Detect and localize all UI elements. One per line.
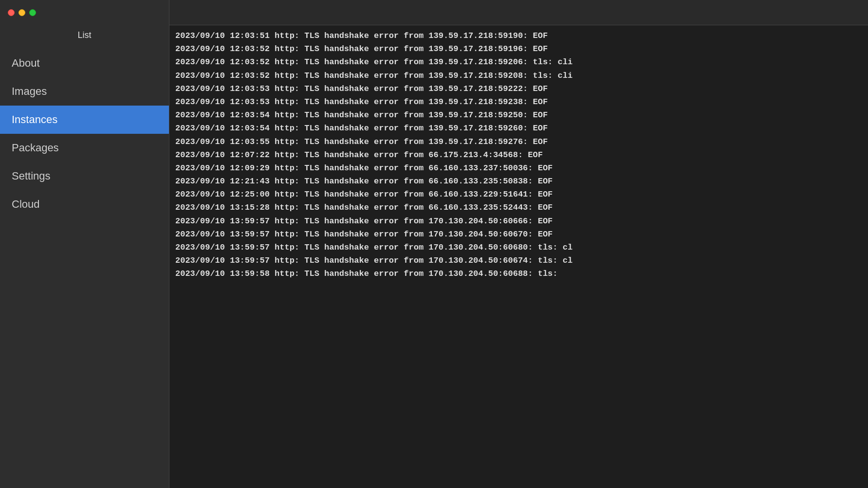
log-line: 2023/09/10 13:59:58 http: TLS handshake … [175, 267, 862, 280]
log-line: 2023/09/10 12:07:22 http: TLS handshake … [175, 148, 862, 162]
sidebar-item-images[interactable]: Images [0, 77, 169, 106]
log-line: 2023/09/10 12:03:53 http: TLS handshake … [175, 95, 862, 108]
log-line: 2023/09/10 12:03:52 http: TLS handshake … [175, 42, 862, 55]
minimize-button[interactable] [18, 9, 25, 16]
sidebar-item-settings[interactable]: Settings [0, 162, 169, 190]
sidebar-item-about[interactable]: About [0, 49, 169, 77]
sidebar-title: List [0, 25, 169, 49]
topbar [169, 0, 868, 25]
log-line: 2023/09/10 13:15:28 http: TLS handshake … [175, 201, 862, 214]
log-line: 2023/09/10 12:03:52 http: TLS handshake … [175, 55, 862, 69]
log-line: 2023/09/10 12:09:29 http: TLS handshake … [175, 162, 862, 175]
log-line: 2023/09/10 12:21:43 http: TLS handshake … [175, 175, 862, 188]
sidebar-item-cloud[interactable]: Cloud [0, 190, 169, 218]
log-line: 2023/09/10 13:59:57 http: TLS handshake … [175, 215, 862, 228]
main-content: 2023/09/10 12:03:51 http: TLS handshake … [169, 0, 868, 488]
sidebar: List AboutImagesInstancesPackagesSetting… [0, 0, 169, 488]
log-line: 2023/09/10 12:25:00 http: TLS handshake … [175, 188, 862, 201]
maximize-button[interactable] [29, 9, 36, 16]
sidebar-item-instances[interactable]: Instances [0, 106, 169, 134]
log-line: 2023/09/10 12:03:55 http: TLS handshake … [175, 135, 862, 148]
log-line: 2023/09/10 12:03:54 http: TLS handshake … [175, 122, 862, 135]
titlebar [0, 0, 169, 25]
log-line: 2023/09/10 12:03:54 http: TLS handshake … [175, 108, 862, 122]
nav-list: AboutImagesInstancesPackagesSettingsClou… [0, 49, 169, 218]
log-area[interactable]: 2023/09/10 12:03:51 http: TLS handshake … [169, 25, 868, 488]
close-button[interactable] [8, 9, 15, 16]
log-line: 2023/09/10 13:59:57 http: TLS handshake … [175, 254, 862, 267]
log-line: 2023/09/10 12:03:52 http: TLS handshake … [175, 69, 862, 82]
log-line: 2023/09/10 13:59:57 http: TLS handshake … [175, 228, 862, 241]
log-line: 2023/09/10 13:59:57 http: TLS handshake … [175, 241, 862, 254]
log-line: 2023/09/10 12:03:53 http: TLS handshake … [175, 82, 862, 95]
sidebar-item-packages[interactable]: Packages [0, 134, 169, 162]
log-line: 2023/09/10 12:03:51 http: TLS handshake … [175, 29, 862, 42]
